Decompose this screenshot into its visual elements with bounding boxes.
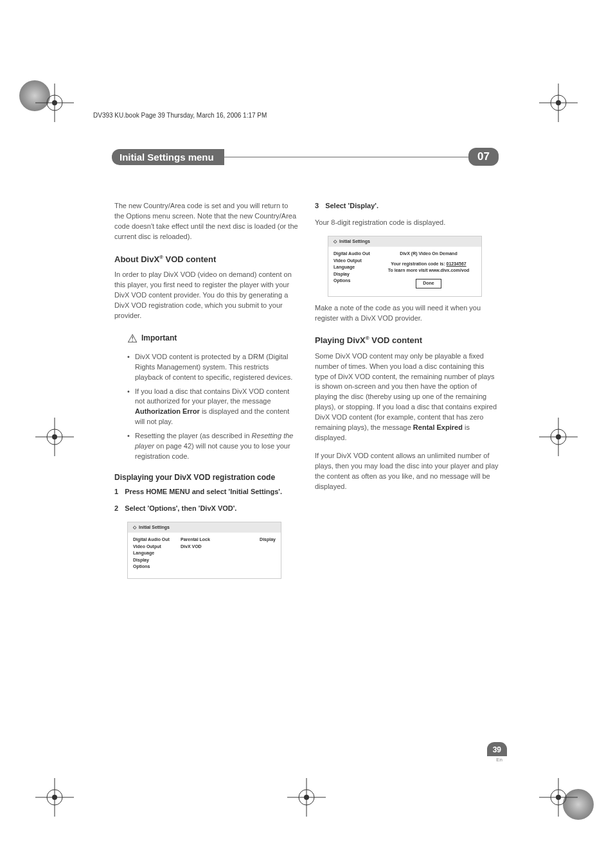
menu-item: Language [133, 550, 181, 557]
crop-mark-icon [35, 778, 74, 817]
menu-item: Parental Lock [181, 536, 226, 544]
heading-text: Playing DivX [315, 336, 366, 346]
svg-point-7 [556, 100, 561, 105]
chapter-number: 07 [468, 148, 499, 166]
bullet-text: If you load a disc that contains DivX VO… [135, 387, 289, 405]
playing-body-2: If your DivX VOD content allows an unlim… [315, 451, 499, 492]
about-divx-heading: About DivX® VOD content [114, 254, 298, 266]
intro-text: The new Country/Area code is set and you… [114, 201, 298, 242]
screenshot-body: Digital Audio Out Video Output Language … [128, 533, 281, 578]
two-column-layout: The new Country/Area code is set and you… [114, 201, 499, 584]
note-text: Make a note of the code as you will need… [315, 303, 499, 324]
screenshot-mid: Parental Lock DivX VOD [181, 536, 226, 571]
displaying-heading: Displaying your DivX VOD registration co… [114, 472, 298, 483]
reg-code: 01234567 [447, 261, 466, 266]
bullet-text: on page 42) will not cause you to lose y… [135, 442, 290, 460]
crop-mark-icon [539, 84, 578, 122]
screenshot-center: DivX (R) Video On Demand Your registrati… [381, 251, 476, 288]
menu-item: Options [333, 278, 381, 285]
step-2: 2Select 'Options', then 'DivX VOD'. [114, 504, 298, 514]
step-text: Press HOME MENU and select 'Initial Sett… [125, 488, 282, 495]
crop-mark-icon [287, 778, 326, 817]
warning-icon: ⚠ [127, 330, 138, 347]
step-number: 1 [114, 488, 118, 495]
chapter-line [224, 157, 468, 157]
crop-mark-icon [35, 418, 74, 456]
step-text: Select 'Display'. [325, 202, 378, 209]
list-item: If you load a disc that contains DivX VO… [127, 387, 298, 428]
disc-icon: ◇ [133, 524, 136, 531]
screenshot-header: ◇ Initial Settings [328, 236, 481, 247]
column-left: The new Country/Area code is set and you… [114, 201, 298, 584]
svg-point-15 [556, 795, 561, 800]
menu-item: Digital Audio Out [133, 536, 181, 544]
menu-item: Video Output [133, 544, 181, 551]
svg-point-27 [304, 795, 309, 800]
bullet-text: DivX VOD content is protected by a DRM (… [135, 353, 292, 381]
page-content: Initial Settings menu 07 The new Country… [114, 148, 499, 584]
step-text: Select 'Options', then 'DivX VOD'. [125, 504, 236, 512]
settings-screenshot-1: ◇ Initial Settings Digital Audio Out Vid… [127, 522, 281, 579]
important-label: Important [141, 333, 177, 344]
step-number: 3 [315, 202, 319, 209]
svg-point-3 [52, 100, 57, 105]
svg-point-19 [52, 434, 57, 439]
svg-point-11 [52, 795, 57, 800]
svg-point-23 [556, 434, 561, 439]
heading-text: VOD content [163, 254, 216, 264]
playing-body: Some DivX VOD content may only be playab… [315, 351, 499, 443]
heading-text: About DivX [114, 254, 159, 264]
step3-body: Your 8-digit registration code is displa… [315, 218, 499, 228]
menu-item: DivX VOD [181, 544, 226, 551]
crop-mark-icon [539, 418, 578, 456]
menu-item: Language [333, 264, 381, 271]
screenshot-right: Display [226, 536, 276, 571]
heading-text: VOD content [369, 336, 422, 346]
screenshot-sidebar: Digital Audio Out Video Output Language … [333, 251, 381, 288]
step-number: 2 [114, 504, 118, 512]
menu-item: Display [333, 271, 381, 278]
vod-title: DivX (R) Video On Demand [381, 251, 476, 257]
document-header-line: DV393 KU.book Page 39 Thursday, March 16… [93, 112, 267, 119]
important-callout: ⚠ Important [127, 330, 298, 347]
menu-item: Display [133, 557, 181, 564]
crop-mark-icon [35, 84, 74, 122]
menu-item: Video Output [333, 258, 381, 265]
reg-code-line: Your registration code is: 01234567 [381, 261, 476, 267]
screenshot-title: Initial Settings [139, 524, 170, 531]
settings-screenshot-2: ◇ Initial Settings Digital Audio Out Vid… [328, 236, 482, 297]
menu-item: Options [133, 563, 181, 571]
step-3: 3Select 'Display'. [315, 201, 499, 211]
screenshot-body: Digital Audio Out Video Output Language … [328, 247, 481, 296]
playing-divx-heading: Playing DivX® VOD content [315, 335, 499, 347]
list-item: DivX VOD content is protected by a DRM (… [127, 352, 298, 383]
important-list: DivX VOD content is protected by a DRM (… [114, 352, 298, 462]
menu-item: Display [226, 536, 276, 543]
body-text: Some DivX VOD content may only be playab… [315, 352, 497, 432]
bold-text: Rental Expired [413, 423, 463, 431]
chapter-header: Initial Settings menu 07 [114, 148, 499, 166]
menu-item: Digital Audio Out [333, 251, 381, 258]
list-item: Resetting the player (as described in Re… [127, 431, 298, 462]
page-language: En [496, 757, 502, 763]
chapter-title: Initial Settings menu [112, 149, 224, 165]
page-number-badge: 39 [487, 742, 507, 756]
screenshot-title: Initial Settings [339, 238, 370, 245]
crop-mark-icon [539, 778, 578, 817]
reg-label: Your registration code is: [391, 261, 446, 266]
screenshot-sidebar: Digital Audio Out Video Output Language … [133, 536, 181, 571]
learn-more: To learn more visit www.divx.com/vod [381, 267, 476, 274]
bold-text: Authorization Error [135, 407, 200, 415]
about-body: In order to play DivX VOD (video on dema… [114, 270, 298, 321]
screenshot-header: ◇ Initial Settings [128, 522, 281, 533]
column-right: 3Select 'Display'. Your 8-digit registra… [315, 201, 499, 584]
done-button: Done [416, 279, 441, 288]
step-1: 1Press HOME MENU and select 'Initial Set… [114, 487, 298, 497]
bullet-text: Resetting the player (as described in [135, 432, 252, 439]
disc-icon: ◇ [333, 238, 337, 245]
